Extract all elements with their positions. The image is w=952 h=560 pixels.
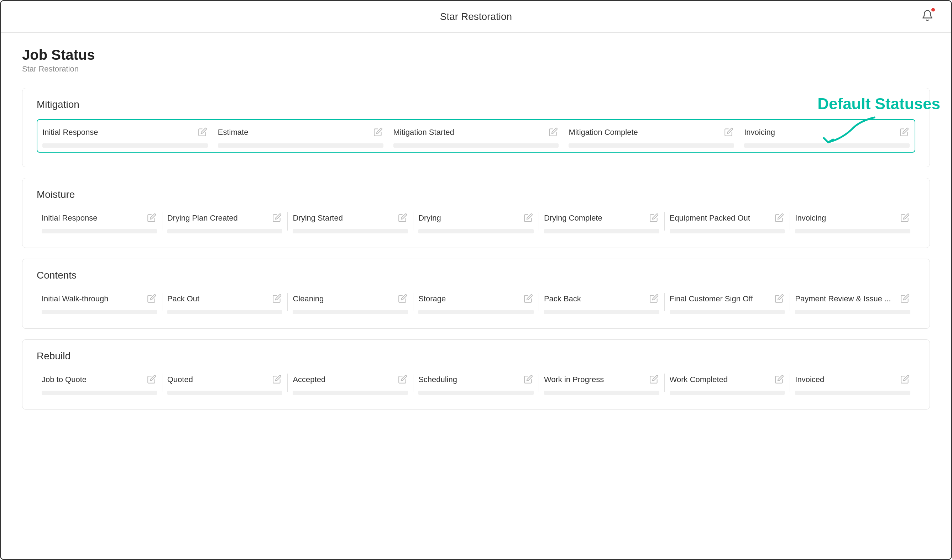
- status-header: Mitigation Complete: [569, 123, 734, 141]
- status-header: Drying Complete: [539, 209, 665, 227]
- edit-status-button[interactable]: [198, 127, 208, 137]
- status-header: Drying: [413, 209, 539, 227]
- page-subtitle: Star Restoration: [22, 65, 930, 74]
- status-item: Payment Review & Issue ...: [790, 290, 915, 314]
- edit-status-button[interactable]: [900, 213, 910, 223]
- edit-status-button[interactable]: [398, 294, 408, 304]
- status-item: Initial Walk-through: [37, 290, 162, 314]
- edit-status-button[interactable]: [374, 127, 383, 137]
- status-label: Mitigation Started: [393, 128, 454, 137]
- edit-status-button[interactable]: [900, 375, 910, 385]
- section-mitigation: Mitigation Default Statuses Initial Resp…: [22, 88, 930, 167]
- edit-status-button[interactable]: [272, 375, 282, 385]
- edit-status-button[interactable]: [272, 213, 282, 223]
- status-item: Pack Back: [539, 290, 665, 314]
- status-item: Mitigation Complete: [564, 120, 739, 152]
- app-frame: Star Restoration Job Status Star Restora…: [0, 0, 952, 560]
- status-progress-bar: [544, 229, 659, 233]
- status-header: Drying Plan Created: [162, 209, 287, 227]
- edit-status-button[interactable]: [524, 294, 534, 304]
- annotation-arrow: [818, 114, 889, 150]
- status-header: Estimate: [218, 123, 383, 141]
- section-title-moisture: Moisture: [37, 189, 915, 200]
- section-title-mitigation: Mitigation: [37, 99, 915, 110]
- status-header: Work in Progress: [539, 371, 665, 389]
- edit-status-button[interactable]: [549, 127, 559, 137]
- status-progress-bar: [795, 229, 910, 233]
- edit-status-button[interactable]: [147, 213, 157, 223]
- status-item: Drying: [413, 209, 539, 233]
- status-item: Final Customer Sign Off: [665, 290, 790, 314]
- status-header: Quoted: [162, 371, 287, 389]
- status-label: Pack Back: [544, 294, 581, 304]
- section-rebuild: RebuildJob to Quote Quoted Accepted Sche…: [22, 339, 930, 409]
- status-progress-bar: [393, 143, 559, 148]
- status-progress-bar: [544, 391, 659, 395]
- edit-status-button[interactable]: [649, 294, 659, 304]
- status-header: Mitigation Started: [393, 123, 559, 141]
- status-progress-bar: [544, 310, 659, 314]
- app-title: Star Restoration: [440, 11, 512, 22]
- status-header: Payment Review & Issue ...: [790, 290, 915, 308]
- edit-status-button[interactable]: [524, 213, 534, 223]
- section-contents: ContentsInitial Walk-through Pack Out Cl…: [22, 259, 930, 329]
- section-moisture: MoistureInitial Response Drying Plan Cre…: [22, 178, 930, 248]
- edit-status-button[interactable]: [147, 294, 157, 304]
- status-header: Invoicing: [790, 209, 915, 227]
- edit-status-button[interactable]: [775, 213, 785, 223]
- edit-status-button[interactable]: [775, 375, 785, 385]
- status-label: Storage: [418, 294, 446, 304]
- status-label: Quoted: [167, 375, 193, 384]
- bell-button[interactable]: [921, 9, 933, 24]
- status-item: Cleaning: [287, 290, 413, 314]
- status-header: Work Completed: [665, 371, 790, 389]
- status-item: Quoted: [162, 371, 287, 395]
- status-progress-bar: [42, 391, 157, 395]
- status-label: Initial Response: [42, 213, 97, 223]
- status-item: Initial Response: [37, 120, 213, 152]
- status-header: Scheduling: [413, 371, 539, 389]
- status-label: Estimate: [218, 128, 249, 137]
- status-item: Pack Out: [162, 290, 287, 314]
- status-header: Pack Back: [539, 290, 665, 308]
- section-title-rebuild: Rebuild: [37, 350, 915, 362]
- status-label: Scheduling: [418, 375, 457, 384]
- edit-status-button[interactable]: [649, 375, 659, 385]
- status-progress-bar: [42, 310, 157, 314]
- status-progress-bar: [418, 391, 534, 395]
- status-label: Drying Started: [293, 213, 343, 223]
- edit-status-button[interactable]: [398, 213, 408, 223]
- status-progress-bar: [42, 229, 157, 233]
- edit-status-button[interactable]: [649, 213, 659, 223]
- status-header: Initial Response: [42, 123, 208, 141]
- default-statuses-annotation: Default Statuses: [818, 96, 940, 150]
- status-item: Drying Complete: [539, 209, 665, 233]
- status-progress-bar: [293, 229, 408, 233]
- status-label: Drying Plan Created: [167, 213, 238, 223]
- edit-status-button[interactable]: [398, 375, 408, 385]
- edit-status-button[interactable]: [272, 294, 282, 304]
- status-header: Equipment Packed Out: [665, 209, 790, 227]
- status-progress-bar: [795, 310, 910, 314]
- status-item: Invoicing: [790, 209, 915, 233]
- edit-status-button[interactable]: [524, 375, 534, 385]
- status-header: Pack Out: [162, 290, 287, 308]
- status-item: Job to Quote: [37, 371, 162, 395]
- status-label: Initial Walk-through: [42, 294, 108, 304]
- status-progress-bar: [167, 391, 283, 395]
- status-label: Work Completed: [670, 375, 728, 384]
- status-label: Mitigation Complete: [569, 128, 638, 137]
- edit-status-button[interactable]: [900, 294, 910, 304]
- edit-status-button[interactable]: [775, 294, 785, 304]
- status-progress-bar: [569, 143, 734, 148]
- status-label: Job to Quote: [42, 375, 87, 384]
- status-label: Initial Response: [42, 128, 98, 137]
- status-header: Initial Response: [37, 209, 162, 227]
- status-item: Estimate: [213, 120, 388, 152]
- status-item: Invoiced: [790, 371, 915, 395]
- edit-status-button[interactable]: [724, 127, 734, 137]
- section-title-contents: Contents: [37, 270, 915, 281]
- annotation-text: Default Statuses: [818, 96, 940, 113]
- edit-status-button[interactable]: [147, 375, 157, 385]
- status-header: Initial Walk-through: [37, 290, 162, 308]
